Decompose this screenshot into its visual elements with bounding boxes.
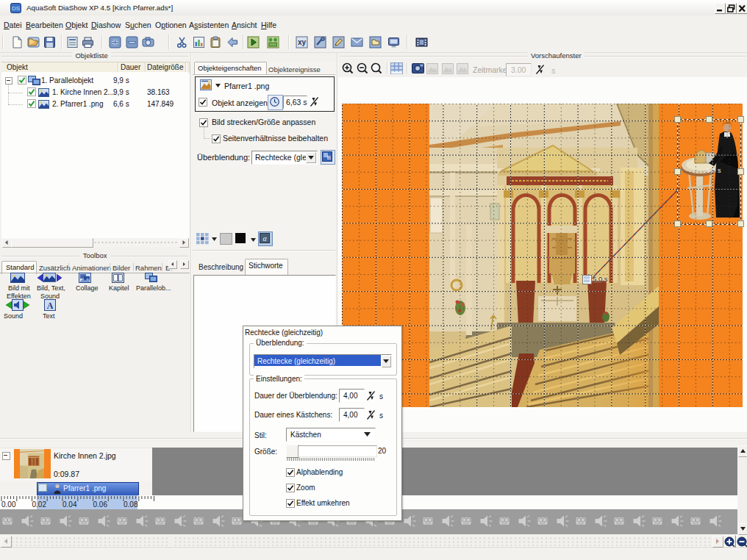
svg-text:xy: xy [298, 38, 307, 46]
svg-text:DS: DS [12, 5, 20, 12]
svg-text:A: A [47, 301, 54, 311]
svg-text:B: B [327, 154, 331, 161]
svg-text:α: α [262, 234, 267, 243]
